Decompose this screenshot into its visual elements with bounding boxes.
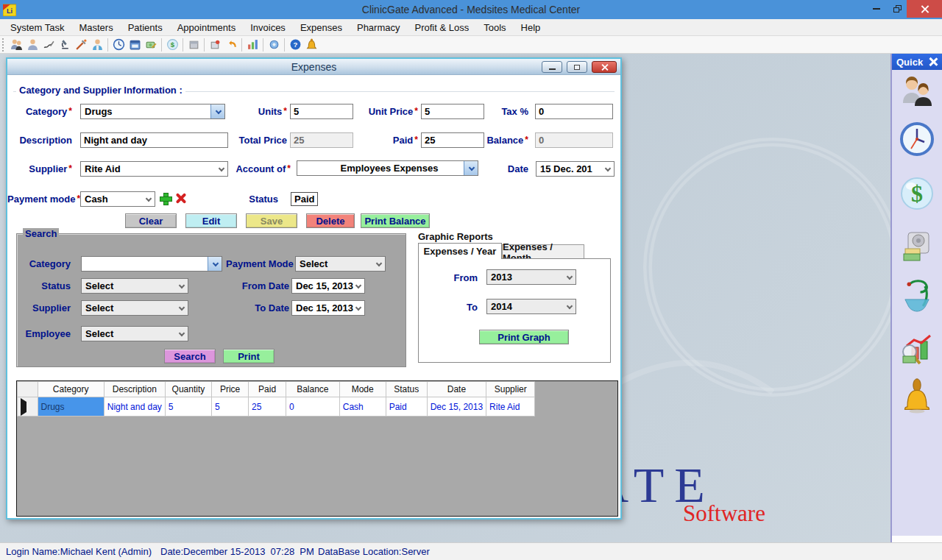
- undo-arrow-icon[interactable]: [223, 38, 239, 52]
- prescription-icon[interactable]: [40, 38, 57, 52]
- patients-group-icon[interactable]: [8, 38, 24, 52]
- quick-expenses-dollar-icon[interactable]: $: [899, 174, 935, 213]
- row-selector-cell[interactable]: [18, 397, 38, 417]
- save-button[interactable]: Save: [246, 213, 297, 228]
- quick-reports-chart-icon[interactable]: [899, 332, 935, 369]
- units-field[interactable]: [290, 104, 353, 119]
- quick-close-icon[interactable]: [929, 57, 938, 66]
- menu-help[interactable]: Help: [514, 20, 548, 35]
- description-field[interactable]: [80, 132, 228, 148]
- search-supplier-combo[interactable]: Select: [81, 300, 188, 316]
- cell-price[interactable]: 5: [212, 397, 249, 417]
- patient-icon[interactable]: [24, 38, 40, 52]
- col-price[interactable]: Price: [212, 382, 249, 397]
- syringe-icon[interactable]: [73, 38, 89, 52]
- delete-payment-mode-icon[interactable]: [175, 193, 186, 204]
- tab-expenses-month[interactable]: Expenses / Month: [502, 244, 584, 259]
- cell-description[interactable]: Night and day: [104, 397, 165, 417]
- category-combo[interactable]: Drugs: [80, 104, 225, 119]
- col-category[interactable]: Category: [38, 382, 104, 397]
- unit-price-field[interactable]: [421, 104, 484, 119]
- quick-pharmacy-bowl-icon[interactable]: [899, 273, 935, 325]
- cell-supplier[interactable]: Rite Aid: [486, 397, 535, 417]
- search-status-combo[interactable]: Select: [81, 278, 188, 294]
- menu-system-task[interactable]: System Task: [3, 20, 71, 35]
- search-button[interactable]: Search: [164, 349, 216, 364]
- dialog-close-button[interactable]: [592, 61, 617, 73]
- print-balance-button[interactable]: Print Balance: [361, 213, 430, 228]
- menu-expenses[interactable]: Expenses: [293, 20, 350, 35]
- menu-pharmacy[interactable]: Pharmacy: [350, 20, 408, 35]
- purchase-box-icon[interactable]: [207, 38, 223, 52]
- clock-icon[interactable]: [110, 38, 127, 52]
- col-mode[interactable]: Mode: [339, 382, 386, 397]
- supplier-combo[interactable]: Rite Aid: [80, 161, 228, 177]
- clear-button[interactable]: Clear: [125, 213, 177, 228]
- reminder-bell-icon[interactable]: [303, 38, 319, 52]
- col-supplier[interactable]: Supplier: [486, 382, 535, 397]
- graph-to-combo[interactable]: 2014: [486, 299, 576, 314]
- dialog-titlebar[interactable]: Expenses: [7, 59, 620, 75]
- table-row[interactable]: Drugs Night and day 5 5 25 0 Cash Paid D…: [18, 397, 617, 417]
- settings-gear-icon[interactable]: [266, 38, 282, 52]
- menu-profit-loss[interactable]: Profit & Loss: [408, 20, 477, 35]
- account-of-combo[interactable]: Employees Expenses: [297, 160, 478, 176]
- toolbar-separator: [284, 38, 285, 52]
- invoice-money-icon[interactable]: [143, 38, 159, 52]
- print-button[interactable]: Print: [223, 349, 275, 364]
- cell-date[interactable]: Dec 15, 2013: [427, 397, 486, 417]
- payment-mode-combo[interactable]: Cash: [80, 191, 155, 207]
- cell-paid[interactable]: 25: [249, 397, 286, 417]
- quick-patients-icon[interactable]: [899, 71, 935, 111]
- menu-patients[interactable]: Patients: [121, 20, 170, 35]
- profit-chart-icon[interactable]: [244, 38, 261, 52]
- col-balance[interactable]: Balance: [286, 382, 339, 397]
- to-date-combo[interactable]: Dec 15, 2013: [291, 300, 365, 316]
- quick-appointments-clock-icon[interactable]: [899, 119, 935, 159]
- from-date-combo[interactable]: Dec 15, 2013: [291, 278, 365, 294]
- expenses-dollar-icon[interactable]: $: [164, 38, 180, 52]
- edit-button[interactable]: Edit: [185, 213, 237, 228]
- dropdown-button[interactable]: [464, 161, 478, 175]
- help-icon[interactable]: ?: [287, 38, 303, 52]
- restore-button[interactable]: [888, 0, 907, 18]
- expenses-grid[interactable]: Category Description Quantity Price Paid…: [16, 380, 618, 517]
- graph-from-value: 2013: [491, 272, 512, 283]
- search-payment-mode-combo[interactable]: Select: [295, 256, 386, 272]
- col-description[interactable]: Description: [104, 382, 165, 397]
- inventory-box-icon[interactable]: [185, 38, 202, 52]
- quick-reminder-bell-icon[interactable]: [899, 373, 935, 420]
- close-button[interactable]: [907, 0, 942, 18]
- dialog-maximize-button[interactable]: [567, 61, 587, 73]
- cell-category[interactable]: Drugs: [38, 397, 104, 417]
- cell-mode[interactable]: Cash: [339, 397, 386, 417]
- search-category-combo[interactable]: [81, 256, 222, 272]
- cell-quantity[interactable]: 5: [165, 397, 211, 417]
- search-employee-combo[interactable]: Select: [81, 326, 188, 341]
- col-date[interactable]: Date: [427, 382, 486, 397]
- microscope-icon[interactable]: [57, 38, 73, 52]
- menu-appointments[interactable]: Appointments: [170, 20, 244, 35]
- dropdown-button[interactable]: [208, 257, 222, 271]
- col-quantity[interactable]: Quantity: [165, 382, 211, 397]
- doctor-icon[interactable]: [89, 38, 105, 52]
- col-paid[interactable]: Paid: [249, 382, 286, 397]
- dialog-minimize-button[interactable]: [542, 61, 562, 73]
- menu-invoices[interactable]: Invoices: [243, 20, 293, 35]
- delete-button[interactable]: Delete: [306, 213, 355, 228]
- tax-field[interactable]: [535, 104, 613, 119]
- graph-from-combo[interactable]: 2013: [486, 269, 576, 285]
- quick-payments-safe-icon[interactable]: [899, 229, 935, 266]
- cell-balance[interactable]: 0: [286, 397, 339, 417]
- add-payment-mode-icon[interactable]: [160, 193, 171, 204]
- minimize-button[interactable]: [867, 0, 886, 18]
- print-graph-button[interactable]: Print Graph: [479, 330, 569, 344]
- col-status[interactable]: Status: [386, 382, 427, 397]
- menu-tools[interactable]: Tools: [476, 20, 513, 35]
- tab-expenses-year[interactable]: Expenses / Year: [418, 243, 502, 259]
- cash-register-icon[interactable]: [127, 38, 143, 52]
- cell-status[interactable]: Paid: [386, 397, 427, 417]
- dropdown-button[interactable]: [210, 104, 224, 118]
- date-combo[interactable]: 15 Dec. 201: [536, 161, 615, 177]
- menu-masters[interactable]: Masters: [71, 20, 120, 35]
